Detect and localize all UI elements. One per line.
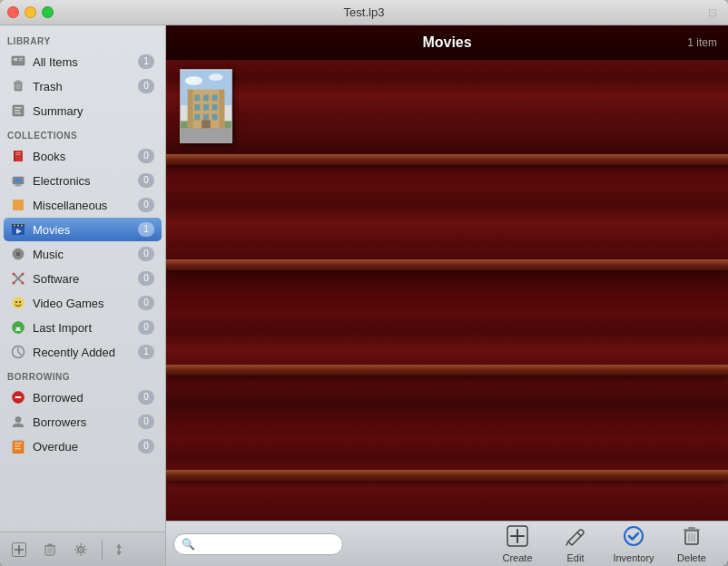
video-games-badge: 0 [138,296,154,310]
svg-point-25 [14,225,15,227]
resize-icon[interactable]: ⊡ [708,6,721,19]
miscellaneous-icon [9,196,27,214]
sidebar-item-borrowers[interactable]: Borrowers 0 [4,410,162,434]
svg-rect-3 [19,60,23,61]
sidebar-item-miscellaneous[interactable]: Miscellaneous 0 [4,193,162,217]
miscellaneous-label: Miscellaneous [33,199,138,212]
svg-marker-75 [116,551,122,555]
titlebar: Test.lp3 ⊡ [0,0,728,25]
recently-added-label: Recently Added [33,346,138,359]
delete-collection-button[interactable] [38,538,62,561]
sidebar-item-video-games[interactable]: Video Games 0 [4,291,162,315]
all-items-icon [9,53,27,71]
content-header: Movies 1 item [166,25,728,60]
content-title: Movies [422,34,471,51]
svg-point-35 [22,282,25,285]
books-icon [9,147,27,165]
borrowers-icon [9,413,27,431]
svg-rect-91 [203,114,209,121]
inventory-icon [623,525,644,551]
svg-rect-86 [212,94,218,101]
sidebar-item-last-import[interactable]: Last Import 0 [4,316,162,339]
svg-rect-52 [15,440,17,443]
svg-line-97 [577,532,581,536]
sidebar-item-borrowed[interactable]: Borrowed 0 [4,385,162,409]
svg-rect-21 [15,186,22,187]
music-badge: 0 [138,247,154,261]
content-area: Movies 1 item [166,25,728,566]
search-box[interactable]: 🔍 [173,533,343,555]
overdue-label: Overdue [33,440,138,454]
svg-point-31 [17,253,19,255]
trash-icon [9,77,27,95]
svg-rect-69 [75,544,78,547]
inventory-label: Inventory [613,552,654,563]
svg-point-27 [21,225,23,227]
all-items-label: All Items [33,55,138,69]
delete-button[interactable]: Delete [663,523,721,565]
svg-rect-13 [15,112,21,114]
svg-marker-74 [116,544,122,548]
main-window: Test.lp3 ⊡ LIBRARY All [0,0,728,566]
sidebar-item-movies[interactable]: Movies 1 [4,218,162,241]
create-icon [507,525,528,551]
last-import-label: Last Import [33,321,138,335]
svg-rect-83 [219,90,224,128]
main-layout: LIBRARY All Items 1 [0,25,728,566]
last-import-badge: 0 [138,320,154,335]
svg-rect-1 [14,58,17,61]
borrowed-icon [9,388,27,406]
electronics-icon [9,171,27,190]
borrowing-section-label: BORROWING [0,365,165,385]
shelf-rail-1 [166,154,728,165]
sidebar-item-books[interactable]: Books 0 [4,144,162,168]
svg-rect-22 [13,200,24,210]
collections-section-label: COLLECTIONS [0,123,165,143]
sidebar-item-software[interactable]: Software 0 [4,267,162,290]
edit-button[interactable]: Edit [546,523,605,565]
settings-button[interactable] [69,538,93,561]
svg-rect-82 [188,90,193,128]
movies-icon [9,220,27,239]
sidebar-item-electronics[interactable]: Electronics 0 [4,169,162,192]
svg-rect-88 [203,104,209,111]
movie-item-1[interactable] [177,69,235,143]
svg-rect-70 [84,544,86,547]
svg-rect-15 [14,151,15,161]
svg-rect-12 [15,110,20,112]
create-button[interactable]: Create [488,523,546,565]
svg-rect-59 [48,543,53,545]
search-input[interactable] [199,538,335,551]
sidebar-item-recently-added[interactable]: Recently Added 1 [4,340,162,364]
close-button[interactable] [7,6,19,18]
borrowers-label: Borrowers [33,415,138,429]
minimize-button[interactable] [25,6,36,18]
books-label: Books [33,150,138,163]
shelf-row-2 [166,165,728,256]
summary-label: Summary [33,104,154,118]
movie-cover-1 [180,69,232,143]
svg-rect-50 [15,445,20,447]
shelf-rail-2 [166,259,728,270]
svg-rect-2 [19,58,23,59]
borrowed-badge: 0 [138,390,154,405]
svg-rect-11 [15,107,22,109]
sidebar-item-trash[interactable]: Trash 0 [4,74,162,98]
svg-rect-51 [15,448,21,450]
svg-rect-87 [194,104,200,111]
maximize-button[interactable] [42,6,54,18]
borrowed-label: Borrowed [33,391,138,405]
video-games-label: Video Games [33,297,138,310]
inventory-button[interactable]: Inventory [605,523,663,565]
create-label: Create [502,552,532,563]
movies-label: Movies [33,223,138,237]
sidebar-item-all-items[interactable]: All Items 1 [4,50,162,73]
sidebar-item-overdue[interactable]: Overdue 0 [4,434,162,458]
sidebar-item-summary[interactable]: Summary [4,99,162,122]
svg-rect-49 [15,443,22,444]
expand-button[interactable] [112,538,126,561]
sidebar-item-music[interactable]: Music 0 [4,242,162,266]
electronics-label: Electronics [33,174,138,188]
shelf-area[interactable] [166,60,728,521]
add-collection-button[interactable] [7,538,31,561]
